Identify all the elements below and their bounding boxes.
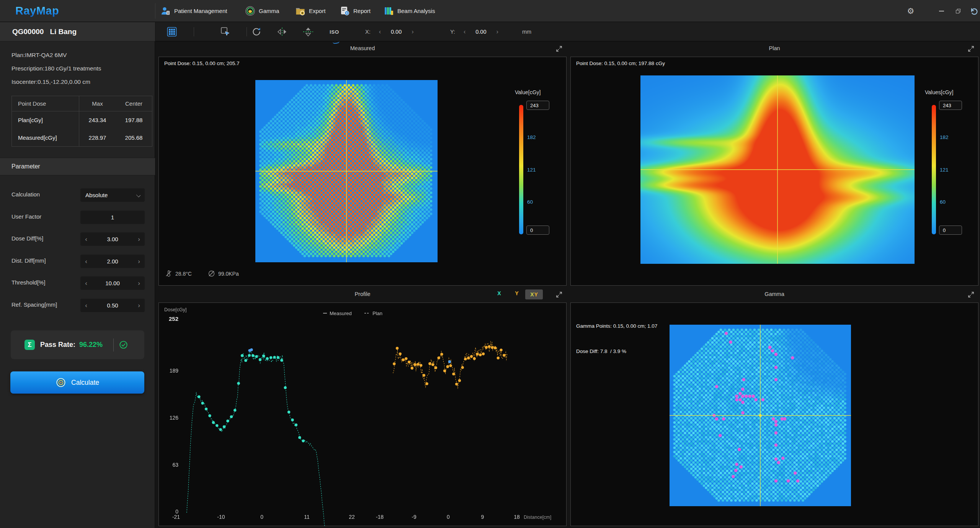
settings-gear-icon[interactable]: ⚙ [906,6,916,16]
minimize-icon [939,11,944,11]
select-tool-button[interactable] [220,22,230,41]
profile-xy-button[interactable]: XY [525,289,543,299]
topbar-divider [155,3,155,19]
patient-management-icon [160,6,171,16]
measured-panel-header: Measured [158,41,567,57]
gamma-panel-header: Gamma [570,287,978,302]
xy-y-label: Y [534,291,538,298]
param-label: Ref. Spacing[mm] [11,301,57,308]
x-value[interactable]: 0.00 [391,29,402,35]
flip-vertical-button[interactable] [302,22,314,41]
undo-arrow-icon [970,7,978,15]
calculate-button[interactable]: Calculate [10,371,144,394]
colorbar-min-input[interactable] [939,226,962,235]
report-icon [340,6,350,16]
expand-icon[interactable] [968,46,975,52]
colorbar-title: Values[cGy] [925,89,953,95]
increment-icon[interactable]: › [134,299,144,312]
calculate-label: Calculate [71,379,99,387]
refresh-icon [251,26,262,37]
measured-dose-map[interactable] [255,80,438,262]
menu-label: Beam Analysis [397,8,435,14]
table-row: Measured[cGy] 228.97 205.68 [12,129,152,147]
y-value[interactable]: 0.00 [475,29,486,35]
menu-report[interactable]: Report [340,0,371,22]
measured-point-dose: Point Dose: 0.15, 0.00 cm; 205.7 [164,59,240,68]
cell-value: 243.34 [79,111,116,129]
decrement-icon[interactable]: ‹ [464,28,466,35]
gamma-icon [245,6,255,16]
dist-diff-stepper[interactable]: ‹ 2.00 › [80,255,145,268]
flip-horizontal-button[interactable] [276,22,288,41]
increment-icon[interactable]: › [134,232,144,246]
panel-title: Plan [570,45,978,51]
toolbar-divider [247,27,247,36]
raymap-window: RayMap Patient Management Gamma Export R… [0,0,980,528]
pressure-gauge-off-icon [208,270,215,277]
increment-icon[interactable]: › [496,28,498,35]
param-row-dist-diff: Dist. Diff[mm] ‹ 2.00 › [0,255,155,268]
rollback-button[interactable] [969,6,978,16]
colorbar-tick: 121 [940,167,949,173]
param-row-user-factor: User Factor 1 [0,211,155,224]
profile-y-button[interactable]: Y [511,290,522,296]
thermometer-off-icon [165,270,172,277]
matrix-view-button[interactable] [167,22,177,41]
decrement-icon[interactable]: ‹ [81,232,91,246]
menu-beam-analysis[interactable]: Beam Analysis [384,0,435,22]
colorbar-max-input[interactable] [526,101,549,110]
expand-icon[interactable] [556,291,563,298]
dropdown-value: Absolute [80,192,145,198]
decrement-icon[interactable]: ‹ [81,255,91,268]
calculation-dropdown[interactable]: Absolute [80,188,145,202]
measured-panel: Measured Point Dose: 0.15, 0.00 cm; 205.… [158,41,567,286]
param-label: Dist. Diff[mm] [11,257,46,264]
plan-dose-map[interactable] [640,75,915,264]
expand-icon[interactable] [556,46,563,52]
minimize-button[interactable] [936,6,946,16]
decrement-icon[interactable]: ‹ [81,276,91,290]
measured-panel-content: Point Dose: 0.15, 0.00 cm; 205.7 Value[c… [158,57,567,286]
colorbar-max-input[interactable] [939,101,962,110]
plan-name: Plan:IMRT-QA2 6MV [11,48,101,62]
menu-export[interactable]: Export [295,0,325,22]
plan-panel-header: Plan [570,41,978,57]
iso-button[interactable]: ISO [330,22,980,41]
temperature-value: 28.8°C [175,271,192,277]
panel-title: Profile [158,291,567,297]
viewer-toolbar: ISO X: ‹ 0.00 › Y: ‹ 0.00 › mm [155,22,980,41]
threshold-stepper[interactable]: ‹ 10.00 › [80,276,145,290]
menu-patient-management[interactable]: Patient Management [160,0,227,22]
decrement-icon[interactable]: ‹ [379,28,381,35]
user-factor-input[interactable]: 1 [80,211,145,224]
gamma-panel-content: Gamma Points: 0.15, 0.00 cm; 1.07 Dose D… [570,302,978,526]
sigma-icon: Σ [24,340,35,350]
colorbar-min-input[interactable] [526,226,549,235]
parameter-section-header: Parameter [0,158,155,175]
check-circle-icon [119,340,128,349]
y-label: Y: [450,29,455,35]
restore-button[interactable] [953,6,963,16]
increment-icon[interactable]: › [134,276,144,290]
param-row-ref-spacing: Ref. Spacing[mm] ‹ 0.50 › [0,299,155,312]
profile-x-button[interactable]: X [494,290,505,296]
top-bar: RayMap Patient Management Gamma Export R… [0,0,980,22]
restore-icon [956,9,960,13]
row-label: Plan[cGy] [12,111,79,129]
expand-icon[interactable] [968,291,975,298]
pass-rate-label: Pass Rate: [40,341,75,349]
menu-label: Export [309,8,325,14]
table-header-row: Point Dose Max Center [12,96,152,111]
ref-spacing-stepper[interactable]: ‹ 0.50 › [80,299,145,312]
gamma-map[interactable] [670,325,851,506]
menu-gamma[interactable]: Gamma [245,0,279,22]
plan-info: Plan:IMRT-QA2 6MV Prescription:180 cGy/1… [11,48,101,88]
increment-icon[interactable]: › [134,255,144,268]
profile-chart[interactable] [159,303,566,526]
refresh-button[interactable] [251,22,262,41]
cell-value: 205.68 [116,129,152,147]
row-label: Measured[cGy] [12,129,79,147]
decrement-icon[interactable]: ‹ [81,299,91,312]
increment-icon[interactable]: › [412,28,413,35]
dose-diff-stepper[interactable]: ‹ 3.00 › [80,232,145,246]
